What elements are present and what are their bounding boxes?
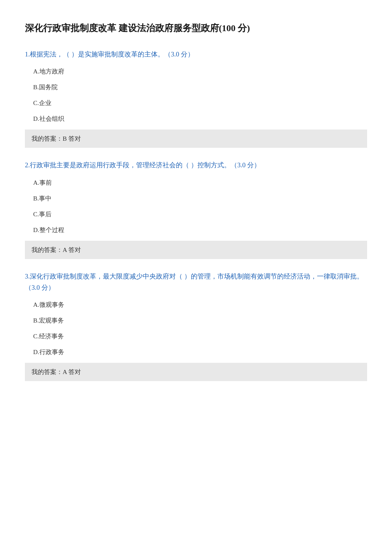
question-2-options: A.事前 B.事中 C.事后 D.整个过程 (25, 178, 367, 235)
question-2-answer: 我的答案：A 答对 (25, 241, 367, 259)
question-1: 1.根据宪法，（ ）是实施审批制度改革的主体。（3.0 分） A.地方政府 B.… (25, 49, 367, 148)
question-1-text: 1.根据宪法，（ ）是实施审批制度改革的主体。（3.0 分） (25, 49, 367, 60)
question-2-option-c[interactable]: C.事后 (33, 209, 367, 219)
question-2-option-a[interactable]: A.事前 (33, 178, 367, 188)
question-1-answer-text: 我的答案：B 答对 (32, 135, 81, 142)
question-2-option-b[interactable]: B.事中 (33, 193, 367, 203)
question-1-option-a[interactable]: A.地方政府 (33, 66, 367, 76)
question-1-option-c[interactable]: C.企业 (33, 98, 367, 108)
question-3-option-a[interactable]: A.微观事务 (33, 300, 367, 310)
question-3-option-c[interactable]: C.经济事务 (33, 331, 367, 341)
question-2-text: 2.行政审批主要是政府运用行政手段，管理经济社会的（ ）控制方式。（3.0 分） (25, 159, 367, 171)
question-1-answer: 我的答案：B 答对 (25, 130, 367, 148)
question-3-option-b[interactable]: B.宏观事务 (33, 315, 367, 325)
question-2-option-d[interactable]: D.整个过程 (33, 225, 367, 235)
question-1-options: A.地方政府 B.国务院 C.企业 D.社会组织 (25, 66, 367, 124)
question-3-answer-text: 我的答案：A 答对 (32, 369, 81, 375)
questions-container: 1.根据宪法，（ ）是实施审批制度改革的主体。（3.0 分） A.地方政府 B.… (25, 49, 367, 381)
page-title: 深化行政审批制度改革 建设法治政府服务型政府(100 分) (25, 21, 367, 35)
question-3-text: 3.深化行政审批制度改革，最大限度减少中央政府对（ ）的管理，市场机制能有效调节… (25, 271, 367, 293)
question-2-answer-text: 我的答案：A 答对 (32, 247, 81, 253)
question-1-option-d[interactable]: D.社会组织 (33, 114, 367, 124)
question-1-option-b[interactable]: B.国务院 (33, 82, 367, 92)
question-3-option-d[interactable]: D.行政事务 (33, 347, 367, 357)
question-3-answer: 我的答案：A 答对 (25, 363, 367, 381)
question-3: 3.深化行政审批制度改革，最大限度减少中央政府对（ ）的管理，市场机制能有效调节… (25, 271, 367, 381)
question-3-options: A.微观事务 B.宏观事务 C.经济事务 D.行政事务 (25, 300, 367, 357)
question-2: 2.行政审批主要是政府运用行政手段，管理经济社会的（ ）控制方式。（3.0 分）… (25, 159, 367, 259)
